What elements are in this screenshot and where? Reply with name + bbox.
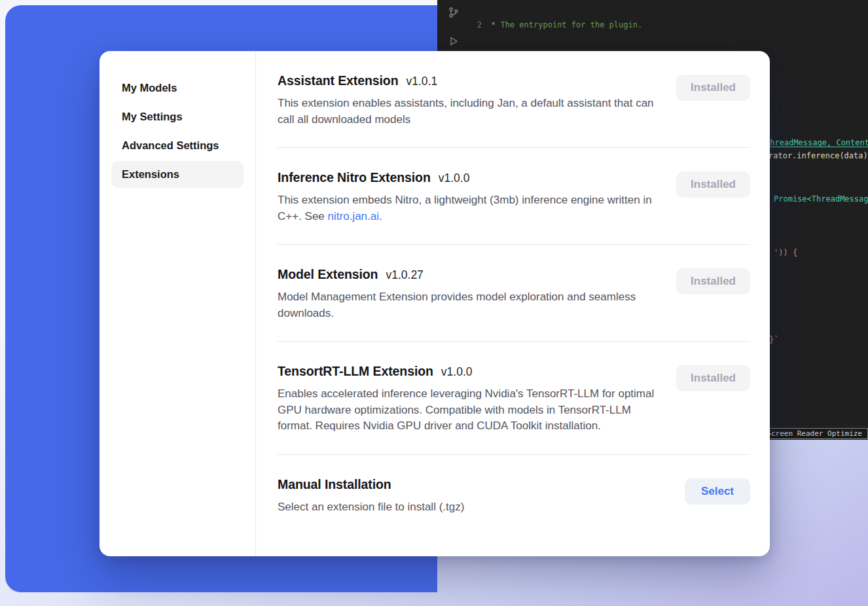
manual-installation-row: Manual Installation Select an extension … xyxy=(278,455,750,535)
code-fragment: Promise<ThreadMessage> xyxy=(774,194,868,204)
extension-version: v1.0.1 xyxy=(406,75,437,88)
sidebar-item-my-settings[interactable]: My Settings xyxy=(111,103,244,130)
extension-description: This extension enables assistants, inclu… xyxy=(278,96,660,128)
extension-version: v1.0.0 xyxy=(441,365,473,379)
run-debug-icon[interactable] xyxy=(446,34,461,48)
extensions-panel: Assistant Extension v1.0.1 This extensio… xyxy=(256,51,770,556)
extension-row-assistant: Assistant Extension v1.0.1 This extensio… xyxy=(278,51,750,148)
extension-title: TensortRT-LLM Extension xyxy=(278,364,433,379)
line-number: 2 xyxy=(471,20,482,31)
installed-button[interactable]: Installed xyxy=(676,365,750,391)
manual-installation-title: Manual Installation xyxy=(278,477,391,492)
extension-row-model: Model Extension v1.0.27 Model Management… xyxy=(278,245,750,342)
extension-description: Model Management Extension provides mode… xyxy=(278,289,660,321)
installed-button[interactable]: Installed xyxy=(676,75,750,101)
installed-button[interactable]: Installed xyxy=(676,268,750,294)
extension-description: This extension embeds Nitro, a lightweig… xyxy=(278,192,660,224)
extension-description: Enables accelerated inference leveraging… xyxy=(278,386,660,435)
extension-row-tensorrt: TensortRT-LLM Extension v1.0.0 Enables a… xyxy=(278,342,750,455)
manual-installation-description: Select an extension file to install (.tg… xyxy=(278,499,464,516)
extension-title: Inference Nitro Extension xyxy=(278,170,431,185)
nitro-jan-ai-link[interactable]: nitro.jan.ai. xyxy=(328,210,382,223)
settings-sidebar: My Models My Settings Advanced Settings … xyxy=(99,51,256,556)
source-control-icon[interactable] xyxy=(446,5,461,20)
sidebar-item-my-models[interactable]: My Models xyxy=(111,75,244,101)
screen-reader-badge[interactable]: Screen Reader Optimize xyxy=(761,428,868,439)
sidebar-item-advanced-settings[interactable]: Advanced Settings xyxy=(111,132,244,159)
code-fragment: rator.inference(data)); xyxy=(769,151,868,161)
extension-version: v1.0.27 xyxy=(386,268,423,282)
sidebar-item-extensions[interactable]: Extensions xyxy=(111,161,244,188)
extension-row-nitro: Inference Nitro Extension v1.0.0 This ex… xyxy=(278,148,750,245)
settings-modal: My Models My Settings Advanced Settings … xyxy=(99,51,770,556)
installed-button[interactable]: Installed xyxy=(676,171,750,198)
code-text: * The entrypoint for the plugin. xyxy=(491,20,642,31)
code-fragment: ')) { xyxy=(774,247,797,258)
select-file-button[interactable]: Select xyxy=(685,478,750,505)
extension-version: v1.0.0 xyxy=(439,171,470,185)
editor-activity-bar xyxy=(443,5,465,48)
extension-title: Model Extension xyxy=(278,267,378,282)
extension-title: Assistant Extension xyxy=(278,73,398,88)
